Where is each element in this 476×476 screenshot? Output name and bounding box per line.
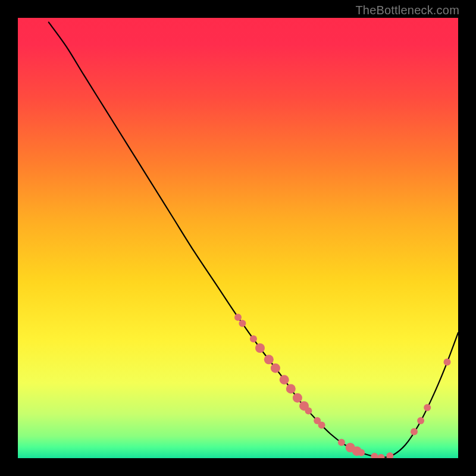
curve-marker (293, 393, 302, 403)
curve-marker (417, 417, 424, 424)
plot-svg (18, 18, 458, 458)
curve-marker (338, 439, 345, 446)
watermark-text: TheBottleneck.com (355, 4, 459, 17)
gradient-background (18, 18, 458, 458)
stage: TheBottleneck.com (0, 0, 476, 476)
curve-marker (444, 358, 451, 365)
curve-marker (255, 343, 265, 353)
curve-marker (358, 449, 365, 456)
curve-marker (271, 364, 280, 373)
curve-marker (305, 407, 312, 414)
curve-marker (264, 355, 274, 364)
curve-marker (280, 375, 289, 384)
curve-marker (250, 335, 257, 342)
curve-marker (234, 314, 242, 321)
curve-marker (286, 384, 296, 393)
curve-marker (239, 320, 246, 327)
curve-marker (411, 428, 418, 436)
curve-marker (318, 422, 325, 429)
plot-area (18, 18, 458, 458)
curve-marker (424, 404, 431, 411)
